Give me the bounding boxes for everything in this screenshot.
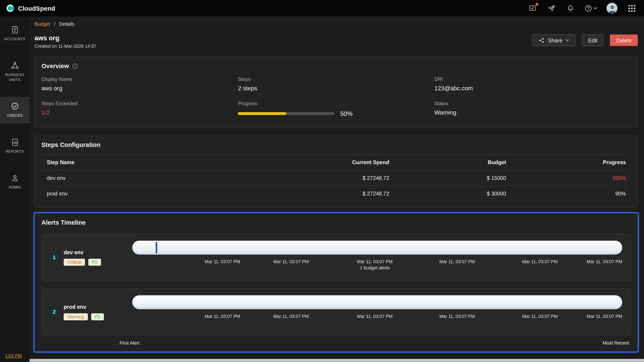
created-on-text: Created on 11-Mar-2026 14:37	[34, 44, 96, 48]
alert-marker[interactable]	[156, 242, 158, 254]
column-progress: Progress	[506, 159, 626, 166]
alert-badges: Critical P2	[64, 258, 101, 266]
breadcrumb-separator: /	[54, 21, 55, 27]
page-header: aws org Created on 11-Mar-2026 14:37 Sha…	[34, 34, 638, 48]
app-window: CloudSpend	[0, 0, 644, 362]
brand-name: CloudSpend	[18, 5, 55, 12]
progress-percent-text: 50%	[340, 110, 352, 117]
timeline-timestamp: Mar 11, 03:07 PM 1 budget alerts	[357, 259, 392, 270]
sidebar-item-label: BUSINESS UNITS	[2, 73, 27, 82]
timeline-bar[interactable]	[132, 295, 622, 310]
timeline-timestamp: Mar 11, 03:07 PM	[522, 259, 558, 264]
field-steps-exceeded: Steps Exceeded 1/2	[42, 100, 238, 117]
steps-configuration-title-text: Steps Configuration	[42, 141, 100, 148]
timeline-timestamp: Mar 11, 03:07 PM	[357, 314, 392, 318]
timeline-timestamp: Mar 11, 03:07 PM	[273, 314, 309, 318]
timeline-timestamp: Mar 11, 03:07 PM	[273, 259, 309, 264]
field-label: Status	[434, 100, 631, 106]
sidebar: ACCOUNTS BUSINESS UNITS CHECKS	[0, 16, 30, 362]
edit-button[interactable]: Edit	[582, 34, 604, 46]
breadcrumb: Budget / Details	[34, 21, 644, 27]
alert-step-name: dev env	[64, 249, 101, 255]
cloudspend-logo-icon	[6, 4, 15, 12]
notification-dot	[536, 3, 538, 6]
timeline-region: Mar 11, 03:07 PM Mar 11, 03:07 PM Mar 11…	[132, 240, 622, 272]
overview-card: Overview Display Name aws org Steps 2 st	[34, 57, 638, 127]
cell-budget: $ 30000	[389, 190, 506, 197]
first-alert-label: First Alert	[120, 340, 140, 346]
sidebar-item-checks[interactable]: CHECKS	[0, 97, 30, 123]
field-label: Progress	[238, 100, 434, 106]
info-icon[interactable]	[72, 63, 78, 69]
step-number-badge: 2	[49, 307, 59, 317]
breadcrumb-budget-link[interactable]: Budget	[34, 21, 50, 27]
steps-configuration-card: Steps Configuration Step Name Current Sp…	[34, 136, 638, 207]
field-progress: Progress 50%	[238, 100, 434, 117]
checks-icon	[10, 102, 19, 111]
timeline-timestamp: Mar 11, 03:07 PM	[205, 259, 240, 264]
timeline-timestamp: Mar 11, 03:07 PM	[439, 314, 475, 318]
field-steps: Steps 2 steps	[238, 76, 434, 92]
apps-grid-icon[interactable]	[627, 3, 636, 13]
sidebar-item-business-units[interactable]: BUSINESS UNITS	[0, 56, 30, 87]
timeline-timestamp: Mar 11, 03:07 PM	[587, 314, 622, 318]
help-icon	[584, 4, 592, 12]
horizontal-scrollbar[interactable]	[30, 359, 644, 362]
share-button-label: Share	[548, 37, 562, 44]
cell-progress: 90%	[506, 190, 626, 197]
sidebar-item-label: ACCOUNTS	[4, 37, 25, 42]
sidebar-item-label: REPORTS	[6, 150, 24, 154]
timestamp-text: Mar 11, 03:07 PM	[357, 259, 392, 264]
most-recent-label: Most Recent	[603, 340, 629, 346]
sidebar-item-label: ADMIN	[9, 185, 21, 190]
alert-step-name: prod env	[64, 304, 104, 310]
alert-timeline-row-prod-env: 2 prod env Warning P1 Mar 11, 03:07 PM M…	[42, 288, 631, 336]
field-label: DRI	[434, 76, 631, 82]
timestamps-row: Mar 11, 03:07 PM Mar 11, 03:07 PM Mar 11…	[132, 259, 622, 272]
timeline-bar[interactable]	[132, 240, 622, 255]
field-value: aws org	[42, 85, 238, 92]
sidebar-item-admin[interactable]: ADMIN	[0, 169, 30, 195]
alerts-timeline-title-text: Alerts Timeline	[42, 219, 86, 226]
timeline-timestamp: Mar 11, 03:07 PM	[205, 314, 240, 318]
field-label: Steps Exceeded	[42, 100, 238, 106]
whats-new-icon[interactable]	[547, 3, 556, 13]
progress-indicator: 50%	[238, 110, 434, 117]
step-number-badge: 1	[49, 252, 59, 262]
cell-step-name: dev env	[42, 175, 246, 181]
timeline-region: Mar 11, 03:07 PM Mar 11, 03:07 PM Mar 11…	[132, 295, 622, 327]
brand[interactable]: CloudSpend	[6, 4, 55, 12]
top-navbar: CloudSpend	[0, 0, 644, 16]
overview-fields: Display Name aws org Steps 2 steps DRI 1…	[35, 74, 638, 127]
overview-card-title: Overview	[35, 57, 638, 74]
chevron-down-icon	[594, 7, 597, 10]
page-title: aws org	[34, 34, 96, 42]
steps-table-header: Step Name Current Spend Budget Progress	[42, 154, 626, 170]
priority-badge: P2	[88, 258, 101, 266]
sidebar-item-accounts[interactable]: ACCOUNTS	[0, 20, 30, 46]
field-label: Display Name	[42, 76, 238, 82]
alert-timeline-row-dev-env: 1 dev env Critical P2 Mar 11, 03:07	[42, 234, 631, 281]
table-row: dev env $ 27248.72 $ 15000 100%	[42, 170, 626, 186]
sidebar-time-link[interactable]: 1:02 PM	[5, 353, 22, 358]
priority-badge: P1	[91, 313, 104, 320]
alert-badges: Warning P1	[64, 313, 104, 320]
alert-row-info: 2 prod env Warning P1	[49, 289, 104, 335]
help-menu[interactable]	[584, 4, 597, 12]
steps-configuration-title: Steps Configuration	[35, 136, 638, 153]
chevron-down-icon	[566, 39, 569, 42]
alerts-timeline-title: Alerts Timeline	[35, 214, 638, 230]
field-value: 1/2	[42, 109, 238, 116]
budget-alerts-note: 1 budget alerts	[357, 265, 392, 270]
notifications-icon[interactable]	[566, 3, 576, 13]
progress-bar	[238, 112, 334, 115]
severity-badge: Critical	[64, 258, 85, 266]
user-avatar[interactable]	[606, 2, 618, 14]
cell-current-spend: $ 27248.72	[246, 175, 389, 181]
share-button[interactable]: Share	[532, 34, 576, 46]
delete-button[interactable]: Delete	[610, 34, 638, 46]
steps-table: Step Name Current Spend Budget Progress …	[35, 153, 638, 207]
feedback-icon[interactable]	[528, 3, 538, 13]
severity-badge: Warning	[64, 313, 88, 320]
sidebar-item-reports[interactable]: REPORTS	[0, 133, 30, 159]
